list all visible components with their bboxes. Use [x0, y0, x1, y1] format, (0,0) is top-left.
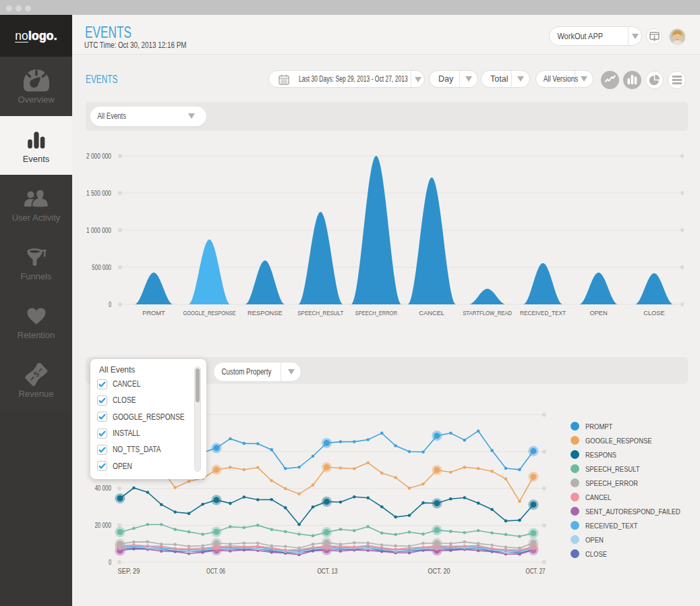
svg-text:RESPONSE: RESPONSE — [247, 310, 283, 316]
svg-text:OCT. 06: OCT. 06 — [206, 567, 225, 575]
svg-text:OCT. 13: OCT. 13 — [318, 567, 338, 575]
svg-text:SPEECH_ERROR: SPEECH_ERROR — [355, 310, 397, 316]
svg-text:1 500 000: 1 500 000 — [86, 190, 111, 197]
svg-text:SEP. 29: SEP. 29 — [118, 567, 140, 575]
svg-text:PROMT: PROMT — [142, 310, 165, 316]
svg-text:CLOSE: CLOSE — [643, 310, 665, 316]
svg-text:OPEN: OPEN — [589, 310, 607, 316]
svg-text:0: 0 — [109, 301, 111, 308]
svg-text:OCT. 20: OCT. 20 — [428, 567, 450, 575]
svg-text:STARTFLOW_READ: STARTFLOW_READ — [463, 310, 512, 316]
svg-text:500 000: 500 000 — [92, 264, 111, 271]
svg-text:SPEECH_RESULT: SPEECH_RESULT — [297, 310, 343, 316]
svg-text:CANCEL: CANCEL — [419, 310, 444, 316]
svg-text:1 000 000: 1 000 000 — [86, 227, 111, 234]
svg-text:40 000: 40 000 — [94, 484, 111, 492]
svg-text:RECEIVED_TEXT: RECEIVED_TEXT — [520, 310, 566, 316]
svg-text:GOOGLE_RESPONSE: GOOGLE_RESPONSE — [183, 310, 235, 316]
svg-text:OCT. 27: OCT. 27 — [526, 567, 546, 575]
svg-text:2 000 000: 2 000 000 — [86, 153, 111, 160]
svg-text:0: 0 — [109, 558, 111, 566]
svg-text:20 000: 20 000 — [94, 521, 111, 529]
